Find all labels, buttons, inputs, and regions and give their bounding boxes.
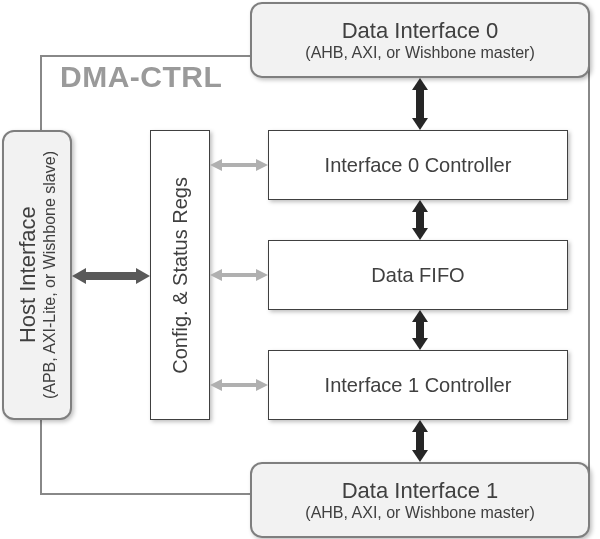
arrow-fifo-to-if1 xyxy=(410,310,430,350)
data-interface-1-title: Data Interface 1 xyxy=(342,478,499,504)
data-interface-1-box: Data Interface 1 (AHB, AXI, or Wishbone … xyxy=(250,462,590,538)
interface-0-controller-label: Interface 0 Controller xyxy=(325,154,512,177)
arrow-config-to-if1 xyxy=(210,377,268,393)
interface-0-controller-box: Interface 0 Controller xyxy=(268,130,568,200)
data-interface-0-title: Data Interface 0 xyxy=(342,18,499,44)
arrow-di0-to-if0 xyxy=(410,78,430,130)
host-interface-title: Host Interface xyxy=(15,151,41,399)
arrow-if0-to-fifo xyxy=(410,200,430,240)
svg-marker-2 xyxy=(412,118,428,130)
data-fifo-box: Data FIFO xyxy=(268,240,568,310)
data-fifo-label: Data FIFO xyxy=(371,264,464,287)
config-status-regs-label: Config. & Status Regs xyxy=(169,177,192,374)
svg-marker-5 xyxy=(412,228,428,240)
arrow-if1-to-di1 xyxy=(410,420,430,462)
svg-marker-1 xyxy=(412,78,428,90)
svg-marker-10 xyxy=(412,420,428,432)
svg-marker-16 xyxy=(210,159,222,171)
svg-marker-7 xyxy=(412,310,428,322)
svg-marker-13 xyxy=(72,268,86,284)
svg-marker-20 xyxy=(256,269,268,281)
arrow-config-to-fifo xyxy=(210,267,268,283)
svg-marker-23 xyxy=(256,379,268,391)
host-interface-sub: (APB, AXI-Lite, or Wishbone slave) xyxy=(41,151,59,399)
arrow-config-to-if0 xyxy=(210,157,268,173)
data-interface-1-sub: (AHB, AXI, or Wishbone master) xyxy=(305,504,534,522)
data-interface-0-box: Data Interface 0 (AHB, AXI, or Wishbone … xyxy=(250,2,590,78)
svg-marker-14 xyxy=(136,268,150,284)
diagram-title: DMA-CTRL xyxy=(60,60,222,94)
svg-marker-22 xyxy=(210,379,222,391)
host-interface-box: Host Interface (APB, AXI-Lite, or Wishbo… xyxy=(2,130,72,420)
arrow-host-to-config xyxy=(72,266,150,286)
config-status-regs-box: Config. & Status Regs xyxy=(150,130,210,420)
svg-marker-17 xyxy=(256,159,268,171)
data-interface-0-sub: (AHB, AXI, or Wishbone master) xyxy=(305,44,534,62)
svg-marker-19 xyxy=(210,269,222,281)
svg-marker-8 xyxy=(412,338,428,350)
interface-1-controller-label: Interface 1 Controller xyxy=(325,374,512,397)
svg-marker-11 xyxy=(412,450,428,462)
svg-marker-4 xyxy=(412,200,428,212)
interface-1-controller-box: Interface 1 Controller xyxy=(268,350,568,420)
